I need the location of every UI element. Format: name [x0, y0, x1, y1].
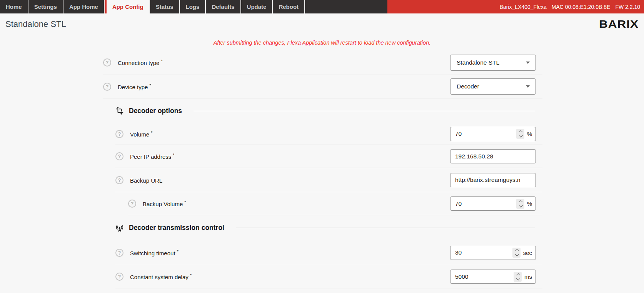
connection-type-select[interactable]: Standalone STL: [450, 55, 536, 71]
barix-logo: BARIX: [599, 18, 639, 30]
backup-url-input[interactable]: [450, 173, 536, 187]
top-nav: Home Settings App Home App Config Status…: [0, 0, 644, 13]
required-marker: *: [161, 59, 162, 63]
switching-timeout-input-group: sec: [450, 246, 536, 260]
constant-delay-input[interactable]: [450, 270, 514, 283]
constant-delay-input-group: ms: [450, 270, 536, 284]
backup-volume-input-group: %: [450, 196, 536, 211]
field-label: Switching timeout*: [130, 249, 179, 256]
field-label: Backup Volume*: [143, 200, 186, 207]
backup-volume-input[interactable]: [450, 197, 516, 210]
required-marker: *: [173, 153, 174, 157]
tab-reboot[interactable]: Reboot: [273, 0, 305, 13]
nav-spacer: [305, 0, 387, 13]
transform-crop-icon: [115, 107, 124, 115]
volume-input-group: %: [450, 127, 536, 141]
app-config-form: Connection type* Standalone STL Device t…: [0, 50, 644, 288]
number-spinner[interactable]: [516, 199, 524, 209]
unit-label: %: [527, 200, 532, 207]
chevron-down-icon: [519, 134, 523, 138]
row-volume: Volume* %: [115, 123, 542, 145]
unit-label: sec: [523, 250, 532, 256]
field-label: Backup URL: [130, 176, 164, 184]
tab-update[interactable]: Update: [241, 0, 273, 13]
field-label: Device type*: [118, 83, 151, 90]
device-name: Barix_LX400_Flexa: [500, 4, 547, 10]
section-divider: [236, 228, 535, 228]
tab-settings[interactable]: Settings: [28, 0, 63, 13]
field-label: Connection type*: [118, 59, 163, 66]
tab-app-home[interactable]: App Home: [63, 0, 105, 13]
help-icon[interactable]: [128, 200, 136, 208]
tab-defaults[interactable]: Defaults: [206, 0, 241, 13]
field-label: Constant system delay*: [130, 273, 192, 280]
field-label: Volume*: [130, 130, 152, 138]
page-header: Standalone STL BARIX: [0, 13, 644, 35]
tab-app-config[interactable]: App Config: [105, 0, 150, 13]
row-peer-ip: Peer IP address*: [115, 145, 542, 168]
required-marker: *: [184, 200, 186, 205]
chevron-up-icon: [516, 273, 520, 277]
number-spinner[interactable]: [514, 272, 522, 282]
required-marker: *: [151, 130, 152, 135]
row-constant-system-delay: Constant system delay* ms: [115, 265, 542, 288]
help-icon[interactable]: [115, 152, 123, 160]
page-title: Standalone STL: [5, 19, 66, 29]
help-icon[interactable]: [103, 83, 111, 91]
unit-label: ms: [524, 273, 532, 280]
volume-input[interactable]: [450, 127, 516, 141]
section-divider: [194, 111, 535, 111]
field-label: Peer IP address*: [130, 153, 175, 160]
select-value: Standalone STL: [457, 59, 526, 66]
tab-status[interactable]: Status: [150, 0, 180, 13]
row-connection-type: Connection type* Standalone STL: [103, 50, 542, 75]
chevron-down-icon: [519, 203, 523, 207]
section-title: Decoder options: [129, 107, 182, 115]
device-mac: MAC 00:08:E1:20:0B:8E: [552, 4, 611, 10]
help-icon[interactable]: [115, 130, 123, 138]
required-marker: *: [190, 273, 192, 278]
row-backup-volume: Backup Volume* %: [128, 192, 542, 215]
row-device-type: Device type* Decoder: [103, 75, 542, 98]
device-info-banner: Barix_LX400_Flexa MAC 00:08:E1:20:0B:8E …: [387, 0, 644, 13]
peer-ip-input[interactable]: [450, 149, 536, 163]
row-switching-timeout: Switching timeout* sec: [115, 240, 542, 265]
number-spinner[interactable]: [512, 248, 521, 258]
device-type-select[interactable]: Decoder: [450, 78, 536, 95]
cell-tower-icon: [115, 224, 124, 232]
help-icon[interactable]: [115, 249, 123, 257]
required-marker: *: [149, 83, 151, 88]
help-icon[interactable]: [115, 273, 123, 281]
help-icon[interactable]: [115, 176, 123, 184]
section-decoder-options: Decoder options: [115, 98, 535, 123]
number-spinner[interactable]: [516, 129, 524, 139]
unit-label: %: [527, 131, 532, 137]
row-backup-url: Backup URL: [115, 168, 542, 192]
select-value: Decoder: [457, 83, 526, 90]
tab-logs[interactable]: Logs: [180, 0, 206, 13]
chevron-down-icon: [526, 85, 530, 88]
tab-home[interactable]: Home: [0, 0, 28, 13]
help-icon[interactable]: [103, 58, 111, 67]
chevron-down-icon: [515, 253, 519, 256]
section-title: Decoder transmission control: [129, 224, 224, 232]
chevron-down-icon: [526, 62, 530, 64]
switching-timeout-input[interactable]: [450, 246, 512, 260]
section-transmission-control: Decoder transmission control: [115, 215, 535, 240]
restart-notice: After submitting the changes, Flexa Appl…: [0, 35, 644, 50]
device-fw: FW 2.2.10: [615, 4, 640, 10]
required-marker: *: [177, 249, 179, 254]
chevron-down-icon: [516, 276, 520, 280]
